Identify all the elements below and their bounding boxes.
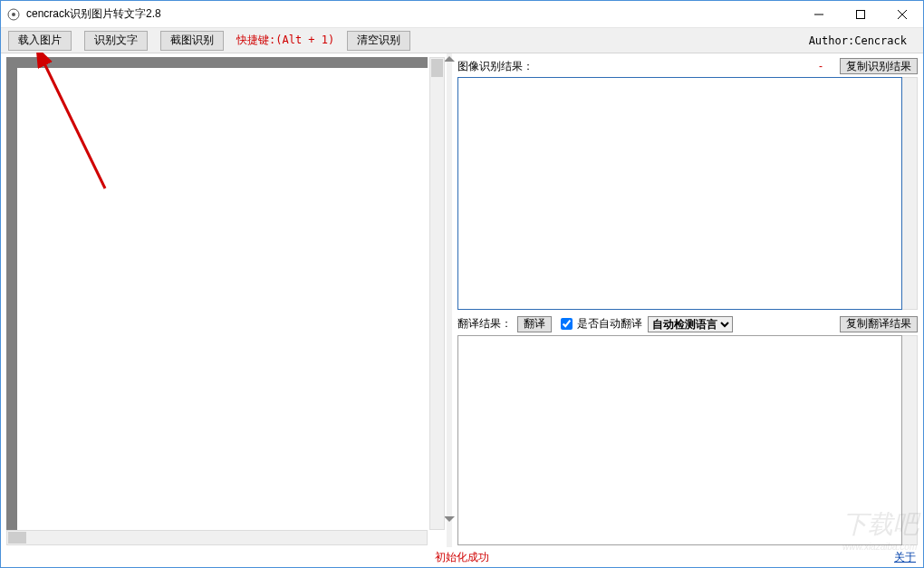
- copy-recognition-button[interactable]: 复制识别结果: [840, 58, 918, 74]
- status-message: 初始化成功: [435, 550, 489, 565]
- translation-label: 翻译结果：: [457, 316, 512, 332]
- image-canvas: [17, 68, 428, 530]
- recognition-dash: -: [807, 60, 834, 72]
- recognition-vscrollbar[interactable]: [902, 77, 918, 310]
- image-viewer[interactable]: [6, 57, 428, 530]
- image-vscrollbar[interactable]: [429, 57, 445, 530]
- recognition-textarea[interactable]: [457, 77, 902, 310]
- translate-button[interactable]: 翻译: [517, 316, 552, 332]
- close-button[interactable]: [881, 1, 923, 28]
- svg-point-1: [12, 13, 15, 16]
- right-pane: 图像识别结果： - 复制识别结果 翻译结果： 翻译 是否自动翻译 自动检测语言: [452, 53, 923, 547]
- window-title: cencrack识别图片转文字2.8: [26, 6, 161, 22]
- recognize-text-button[interactable]: 识别文字: [84, 31, 148, 51]
- author-label: Author:Cencrack: [809, 34, 916, 47]
- about-link[interactable]: 关于: [894, 550, 916, 565]
- auto-translate-input[interactable]: [561, 318, 573, 330]
- translation-vscrollbar[interactable]: [902, 335, 918, 545]
- recognition-header: 图像识别结果： - 复制识别结果: [457, 57, 918, 75]
- image-hscrollbar[interactable]: [6, 530, 428, 545]
- auto-translate-checkbox[interactable]: 是否自动翻译: [557, 315, 642, 332]
- app-icon: [6, 7, 21, 22]
- screenshot-recognize-button[interactable]: 截图识别: [160, 31, 224, 51]
- minimize-button[interactable]: [798, 1, 840, 28]
- maximize-button[interactable]: [840, 1, 881, 28]
- translation-header: 翻译结果： 翻译 是否自动翻译 自动检测语言 复制翻译结果: [457, 315, 918, 333]
- svg-rect-3: [857, 10, 865, 18]
- copy-translation-button[interactable]: 复制翻译结果: [840, 316, 918, 332]
- clear-button[interactable]: 清空识别: [347, 31, 410, 51]
- toolbar: 载入图片 识别文字 截图识别 快捷键:(Alt + 1) 清空识别 Author…: [1, 28, 923, 53]
- load-image-button[interactable]: 载入图片: [8, 31, 72, 51]
- auto-translate-label: 是否自动翻译: [577, 316, 642, 332]
- app-window: cencrack识别图片转文字2.8 载入图片 识别文字 截图识别 快捷键:(A…: [0, 0, 924, 568]
- hotkey-label: 快捷键:(Alt + 1): [236, 33, 334, 48]
- left-pane: [1, 53, 447, 547]
- language-select[interactable]: 自动检测语言: [648, 316, 733, 332]
- translation-textarea[interactable]: [457, 335, 902, 545]
- recognition-label: 图像识别结果：: [457, 59, 534, 74]
- statusbar: 初始化成功 关于: [1, 547, 923, 567]
- body: 图像识别结果： - 复制识别结果 翻译结果： 翻译 是否自动翻译 自动检测语言: [1, 53, 923, 547]
- titlebar: cencrack识别图片转文字2.8: [1, 1, 923, 28]
